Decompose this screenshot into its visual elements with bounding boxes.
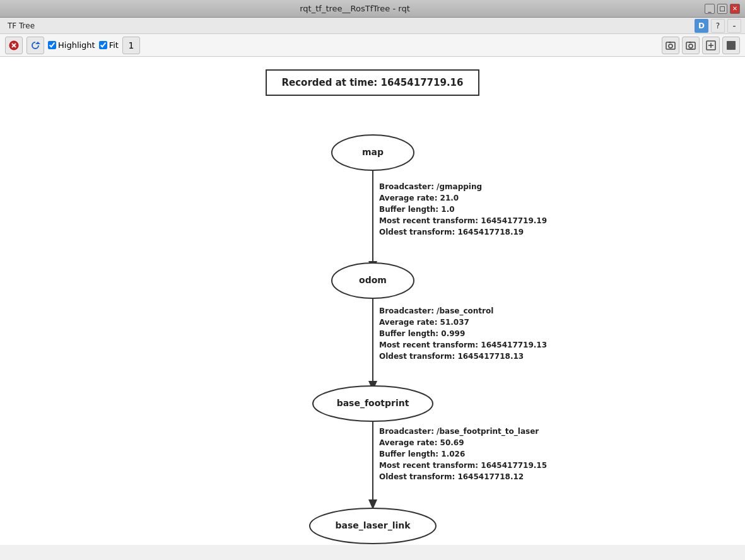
edge-map-odom-avgrate: Average rate: 21.0 — [379, 194, 459, 202]
odom-node-label: odom — [359, 275, 387, 285]
fit-checkbox-label[interactable]: Fit — [99, 40, 119, 50]
edge-odom-base-avgrate: Average rate: 51.037 — [379, 318, 469, 327]
screenshot-button[interactable] — [662, 37, 679, 54]
stop-button[interactable] — [5, 37, 23, 54]
edge-map-odom-oldest: Oldest transform: 1645417718.19 — [379, 228, 524, 236]
number-button[interactable]: 1 — [122, 37, 140, 54]
view-button[interactable] — [722, 37, 740, 54]
edge-base-laser-oldest: Oldest transform: 1645417718.12 — [379, 472, 524, 481]
minimize-button[interactable]: _ — [705, 4, 715, 14]
edge-odom-base-broadcaster: Broadcaster: /base_control — [379, 306, 493, 316]
export-button[interactable] — [702, 37, 720, 54]
base-footprint-node-label: base_footprint — [336, 398, 409, 409]
tree-container: Recorded at time: 1645417719.16 map Broa… — [0, 57, 745, 545]
save-button[interactable] — [682, 37, 700, 54]
refresh-button[interactable] — [26, 37, 44, 54]
main-canvas: Recorded at time: 1645417719.16 map Broa… — [0, 57, 745, 545]
fit-label: Fit — [109, 40, 119, 50]
edge-base-laser-recent: Most recent transform: 1645417719.15 — [379, 461, 547, 470]
fit-checkbox[interactable] — [99, 41, 107, 49]
recorded-time-box: Recorded at time: 1645417719.16 — [266, 69, 480, 96]
title-bar: rqt_tf_tree__RosTfTree - rqt _ □ ✕ — [0, 0, 745, 18]
highlight-label: Highlight — [58, 40, 95, 50]
menu-bar: TF Tree D ? - — [0, 18, 745, 34]
svg-point-8 — [689, 44, 693, 48]
edge-map-odom-buffer: Buffer length: 1.0 — [379, 205, 455, 214]
toolbar: Highlight Fit 1 — [0, 34, 745, 57]
maximize-button[interactable]: □ — [717, 4, 727, 14]
toolbar-right-buttons — [662, 37, 740, 54]
svg-marker-3 — [35, 42, 40, 44]
base-laser-link-node-label: base_laser_link — [335, 520, 411, 531]
edge-base-laser-avgrate: Average rate: 50.69 — [379, 438, 464, 447]
map-node-label: map — [361, 147, 383, 157]
edge-map-odom-recent: Most recent transform: 1645417719.19 — [379, 216, 547, 225]
edge-base-laser-broadcaster: Broadcaster: /base_footprint_to_laser — [379, 427, 539, 436]
highlight-checkbox-label[interactable]: Highlight — [48, 40, 95, 50]
edge-map-odom-broadcaster: Broadcaster: /gmapping — [379, 182, 482, 191]
menu-d-button[interactable]: D — [695, 19, 708, 33]
highlight-checkbox[interactable] — [48, 41, 56, 49]
svg-rect-6 — [669, 42, 671, 43]
menu-question-button[interactable]: ? — [711, 19, 725, 33]
tree-svg: map Broadcaster: /gmapping Average rate:… — [89, 115, 657, 545]
svg-rect-9 — [689, 42, 691, 43]
menu-item-tf-tree[interactable]: TF Tree — [4, 20, 38, 32]
title-bar-controls[interactable]: _ □ ✕ — [705, 4, 740, 14]
svg-point-5 — [669, 44, 672, 48]
close-button[interactable]: ✕ — [730, 4, 740, 14]
svg-rect-14 — [727, 41, 736, 50]
title-bar-title: rqt_tf_tree__RosTfTree - rqt — [5, 4, 705, 13]
menu-dash-button[interactable]: - — [727, 19, 741, 33]
edge-odom-base-buffer: Buffer length: 0.999 — [379, 329, 465, 338]
edge-odom-base-recent: Most recent transform: 1645417719.13 — [379, 341, 547, 349]
edge-odom-base-oldest: Oldest transform: 1645417718.13 — [379, 352, 524, 361]
edge-base-laser-buffer: Buffer length: 1.026 — [379, 450, 465, 458]
